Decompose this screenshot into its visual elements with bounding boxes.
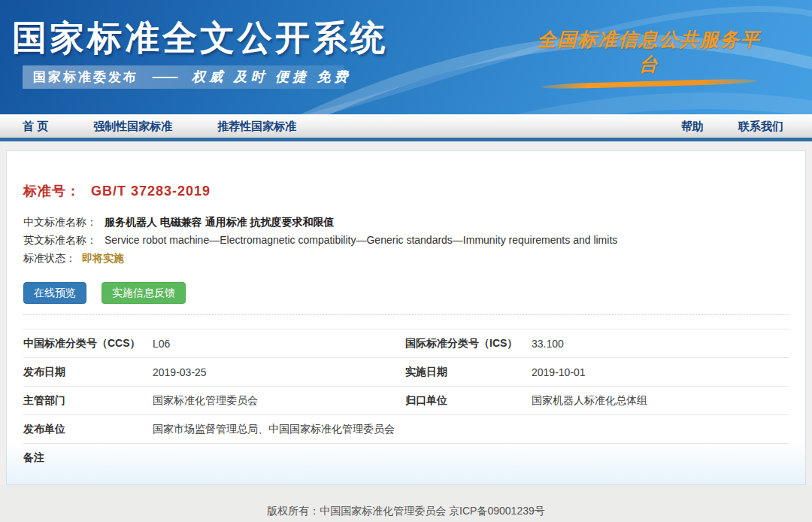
copyright-text: 版权所有：中国国家标准化管理委员会 京ICP备09001239号: [0, 505, 812, 518]
nav-item-recommended-standards[interactable]: 推荐性国家标准: [211, 114, 302, 138]
platform-title: 全国标准信息公共服务平台: [532, 27, 765, 77]
table-row: 发布日期 2019-03-25 实施日期 2019-10-01: [23, 357, 789, 386]
standard-number-value: GB/T 37283-2019: [91, 184, 211, 199]
cell-value-centralized-unit: 国家机器人标准化总体组: [532, 394, 789, 408]
cell-label-ccs: 中国标准分类号（CCS）: [23, 337, 153, 351]
page-footer: 版权所有：中国国家标准化管理委员会 京ICP备09001239号: [0, 485, 812, 522]
cell-value-impl-date: 2019-10-01: [532, 366, 789, 378]
cell-value-publishing-unit: 国家市场监督管理总局、中国国家标准化管理委员会: [153, 423, 789, 436]
nav-right-group: 帮助 联系我们: [675, 114, 812, 138]
en-name-value: Service robot machine—Electromagnetic co…: [105, 234, 617, 246]
cell-label-remarks: 备注: [23, 451, 153, 465]
nav-item-help[interactable]: 帮助: [675, 114, 710, 138]
site-title: 国家标准全文公开系统: [12, 15, 388, 62]
cell-label-publishing-unit: 发布单位: [23, 423, 153, 436]
main-nav: 首 页 强制性国家标准 推荐性国家标准 帮助 联系我们: [0, 114, 812, 141]
standard-number-heading: 标准号： GB/T 37283-2019: [23, 183, 789, 199]
field-en-name: 英文标准名称： Service robot machine—Electromag…: [23, 231, 789, 249]
cell-label-issue-date: 发布日期: [23, 366, 153, 379]
detail-card: 标准号： GB/T 37283-2019 中文标准名称： 服务机器人 电磁兼容 …: [6, 150, 806, 485]
field-status: 标准状态： 即将实施: [23, 249, 789, 267]
en-name-label: 英文标准名称：: [23, 234, 97, 246]
standard-number-label: 标准号：: [23, 184, 80, 199]
cell-label-authority: 主管部门: [23, 394, 153, 408]
subtitle-dash: ——: [152, 70, 177, 84]
implementation-feedback-button[interactable]: 实施信息反馈: [102, 282, 186, 304]
cn-name-value: 服务机器人 电磁兼容 通用标准 抗扰度要求和限值: [105, 216, 335, 228]
cell-value-ccs: L06: [153, 338, 405, 350]
table-row: 备注: [23, 443, 789, 472]
nav-item-contact[interactable]: 联系我们: [732, 114, 789, 138]
standard-meta: 中文标准名称： 服务机器人 电磁兼容 通用标准 抗扰度要求和限值 英文标准名称：…: [23, 213, 789, 267]
cell-label-ics: 国际标准分类号（ICS）: [405, 337, 532, 351]
site-header: 国家标准全文公开系统 国家标准委发布 —— 权威 及时 便捷 免费 全国标准信息…: [0, 0, 812, 114]
status-label: 标准状态：: [23, 252, 76, 264]
slogan-text: 权威 及时 便捷 免费: [192, 69, 352, 84]
publisher-label: 国家标准委发布: [33, 70, 138, 84]
table-row: 中国标准分类号（CCS） L06 国际标准分类号（ICS） 33.100: [23, 329, 789, 357]
cell-value-ics: 33.100: [532, 338, 789, 350]
nav-item-mandatory-standards[interactable]: 强制性国家标准: [87, 114, 178, 138]
dotted-divider: [23, 314, 789, 315]
info-table: 中国标准分类号（CCS） L06 国际标准分类号（ICS） 33.100 发布日…: [23, 329, 789, 472]
field-cn-name: 中文标准名称： 服务机器人 电磁兼容 通用标准 抗扰度要求和限值: [23, 213, 789, 231]
cell-value-issue-date: 2019-03-25: [153, 366, 405, 378]
online-preview-button[interactable]: 在线预览: [23, 282, 86, 304]
table-row: 发布单位 国家市场监督管理总局、中国国家标准化管理委员会: [23, 414, 789, 443]
status-value: 即将实施: [82, 252, 124, 264]
platform-banner: 全国标准信息公共服务平台: [532, 27, 765, 86]
nav-item-home[interactable]: 首 页: [17, 114, 54, 138]
cn-name-label: 中文标准名称：: [23, 216, 97, 228]
header-subtitle-strip: 国家标准委发布 —— 权威 及时 便捷 免费: [23, 65, 344, 89]
table-row: 主管部门 国家标准化管理委员会 归口单位 国家机器人标准化总体组: [23, 386, 789, 414]
cell-label-impl-date: 实施日期: [405, 366, 532, 379]
cell-label-centralized-unit: 归口单位: [405, 394, 532, 408]
action-buttons: 在线预览 实施信息反馈: [23, 282, 789, 304]
nav-left-group: 首 页 强制性国家标准 推荐性国家标准: [0, 114, 319, 138]
cell-value-authority: 国家标准化管理委员会: [153, 394, 405, 408]
